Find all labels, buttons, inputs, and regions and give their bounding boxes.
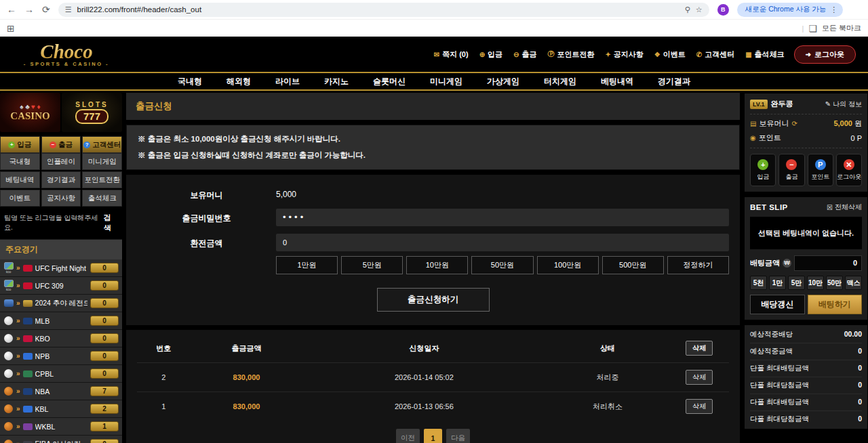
sidebar-quick-button[interactable]: − 출금 xyxy=(41,136,81,153)
user-action-button[interactable]: ✕ 로그아웃 xyxy=(836,154,862,186)
user-action-button[interactable]: P 포인트 xyxy=(808,154,833,186)
nav-item[interactable]: 베팅내역 xyxy=(601,76,633,87)
quick-amount-button[interactable]: 50만원 xyxy=(471,256,533,274)
refresh-icon[interactable]: ⟳ xyxy=(791,120,797,127)
password-field[interactable]: •••• xyxy=(276,209,729,226)
chrome-update-pill[interactable]: 새로운 Chrome 사용 가능 ⋮ xyxy=(737,3,844,17)
all-bookmarks-label[interactable]: 모든 북마크 xyxy=(822,23,861,33)
back-icon[interactable]: ← xyxy=(7,5,16,14)
league-row[interactable]: » CPBL 0 xyxy=(0,365,122,383)
sidebar-menu-button[interactable]: 인플레이 xyxy=(41,153,81,170)
nav-item[interactable]: 가상게임 xyxy=(487,76,519,87)
quick-amount-button[interactable]: 100만원 xyxy=(537,256,599,274)
top-menu-item[interactable]: ❖ 이벤트 xyxy=(654,49,686,60)
league-count-badge[interactable]: 1 xyxy=(90,421,119,431)
sidebar-quick-button[interactable]: ? 고객센터 xyxy=(82,136,122,153)
user-action-button[interactable]: − 출금 xyxy=(778,154,804,186)
address-bar[interactable]: ☰ brill222.com/front#/header/cash_out ⚲ … xyxy=(58,3,709,17)
bet-quick-button[interactable]: 맥스 xyxy=(845,276,862,290)
withdraw-submit-button[interactable]: 출금신청하기 xyxy=(377,288,490,312)
nav-item[interactable]: 터치게임 xyxy=(544,76,576,87)
sidebar-menu-button[interactable]: 베팅내역 xyxy=(0,171,40,188)
nav-item[interactable]: 경기결과 xyxy=(658,76,690,87)
league-row[interactable]: » 2024 추야 레전드컵 0 xyxy=(0,295,122,312)
forward-icon[interactable]: → xyxy=(24,5,34,14)
profile-avatar[interactable]: B xyxy=(717,4,729,16)
quick-amount-button[interactable]: 500만원 xyxy=(602,256,664,274)
top-menu-item[interactable]: ✆ 고객센터 xyxy=(696,49,734,60)
top-menu-item[interactable]: Ⓟ 포인트전환 xyxy=(547,49,594,60)
slots-banner[interactable]: SLOTS 777 xyxy=(62,93,122,132)
sidebar-menu-button[interactable]: 출석체크 xyxy=(82,190,122,207)
page-next-button[interactable]: 다음 xyxy=(446,429,470,443)
league-count-badge[interactable]: 0 xyxy=(90,333,119,343)
league-row[interactable]: » KBL 2 xyxy=(0,400,122,418)
casino-banner[interactable]: ♠ ♣ ♥ ♦ CASINO xyxy=(0,93,60,132)
search-button[interactable]: 검색 xyxy=(104,213,118,233)
apps-grid-icon[interactable]: ⊞ xyxy=(7,24,15,33)
site-logo[interactable]: Choco - SPORTS & CASINO - xyxy=(12,42,121,67)
delete-button[interactable]: 삭제 xyxy=(686,399,713,414)
league-count-badge[interactable]: 7 xyxy=(90,386,119,396)
top-menu-item[interactable]: ▦ 출석체크 xyxy=(745,49,784,60)
sidebar-quick-button[interactable]: + 입금 xyxy=(0,136,40,153)
league-row[interactable]: ico » UFC Fight Night 0 xyxy=(0,259,122,277)
amount-field[interactable]: 0 xyxy=(276,234,729,251)
league-count-badge[interactable]: 2 xyxy=(90,404,119,414)
sidebar-menu-button[interactable]: 경기결과 xyxy=(41,171,81,188)
league-row[interactable]: » NPB 0 xyxy=(0,347,122,365)
sidebar-menu-button[interactable]: 국내형 xyxy=(0,153,40,170)
nav-item[interactable]: 국내형 xyxy=(178,76,202,87)
search-input[interactable]: 팀명 또는 리그명을 입력해주세요. xyxy=(4,213,104,232)
bet-quick-button[interactable]: 5만 xyxy=(788,276,805,290)
top-menu-item[interactable]: ⊖ 출금 xyxy=(513,49,536,60)
league-count-badge[interactable]: 0 xyxy=(90,263,119,273)
sidebar-menu-button[interactable]: 포인트전환 xyxy=(82,171,122,188)
bet-quick-button[interactable]: 1만 xyxy=(769,276,786,290)
top-menu-item[interactable]: ⊕ 입금 xyxy=(479,49,502,60)
league-count-badge[interactable]: 0 xyxy=(90,351,119,361)
league-count-badge[interactable]: 0 xyxy=(90,368,119,379)
key-icon[interactable]: ⚲ xyxy=(685,6,690,14)
odds-refresh-button[interactable]: 배당갱신 xyxy=(750,295,805,314)
browser-menu-icon[interactable]: ⋮ xyxy=(830,5,837,14)
my-info-link[interactable]: ✎ 나의 정보 xyxy=(825,100,862,109)
bet-amount-input[interactable]: 0 xyxy=(794,255,862,271)
league-row[interactable]: » MLB 0 xyxy=(0,312,122,330)
league-row[interactable]: » NBA 7 xyxy=(0,383,122,400)
reload-icon[interactable]: ⟳ xyxy=(42,5,50,14)
logout-button[interactable]: ➜ 로그아웃 xyxy=(794,45,856,64)
page-current-button[interactable]: 1 xyxy=(424,429,442,443)
league-row[interactable]: » FIBA 아시아컵 0 xyxy=(0,436,122,443)
delete-button[interactable]: 삭제 xyxy=(686,370,713,385)
url-text[interactable]: brill222.com/front#/header/cash_out xyxy=(77,5,679,14)
sidebar-menu-button[interactable]: 이벤트 xyxy=(0,190,40,207)
nav-item[interactable]: 슬롯머신 xyxy=(373,76,406,87)
league-count-badge[interactable]: 0 xyxy=(90,316,119,326)
sidebar-menu-button[interactable]: 미니게임 xyxy=(82,153,122,170)
league-count-badge[interactable]: 0 xyxy=(90,439,119,443)
bet-quick-button[interactable]: 5천 xyxy=(750,276,767,290)
league-count-badge[interactable]: 0 xyxy=(90,280,119,291)
quick-amount-button[interactable]: 10만원 xyxy=(406,256,468,274)
sidebar-menu-button[interactable]: 공지사항 xyxy=(41,190,81,207)
bet-quick-button[interactable]: 50만 xyxy=(826,276,843,290)
page-prev-button[interactable]: 이전 xyxy=(396,429,420,443)
bet-quick-button[interactable]: 10만 xyxy=(807,276,824,290)
league-row[interactable]: » WKBL 1 xyxy=(0,418,122,436)
site-info-icon[interactable]: ☰ xyxy=(65,6,72,14)
top-menu-item[interactable]: ✦ 공지사항 xyxy=(605,49,643,60)
league-row[interactable]: » KBO 0 xyxy=(0,330,122,347)
nav-item[interactable]: 미니게임 xyxy=(430,76,462,87)
quick-amount-button[interactable]: 정정하기 xyxy=(667,256,729,274)
league-count-badge[interactable]: 0 xyxy=(90,298,119,308)
nav-item[interactable]: 카지노 xyxy=(324,76,349,87)
user-action-button[interactable]: + 입금 xyxy=(750,154,776,186)
quick-amount-button[interactable]: 1만원 xyxy=(276,256,338,274)
league-row[interactable]: ico » UFC 309 0 xyxy=(0,277,122,295)
place-bet-button[interactable]: 배팅하기 xyxy=(808,295,863,314)
nav-item[interactable]: 라이브 xyxy=(275,76,300,87)
nav-item[interactable]: 해외형 xyxy=(226,76,251,87)
clear-all-button[interactable]: ☒ 전체삭제 xyxy=(827,203,862,212)
bookmark-star-icon[interactable]: ☆ xyxy=(696,6,703,14)
